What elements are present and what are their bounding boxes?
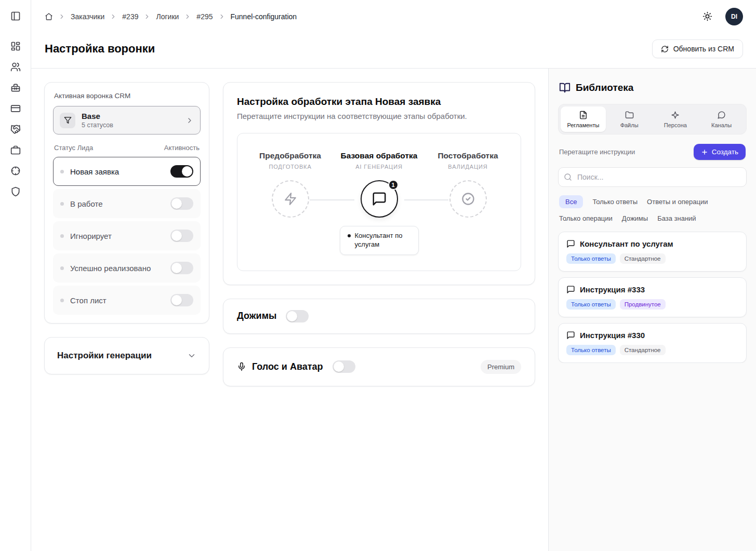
status-toggle[interactable] (170, 230, 193, 242)
funnel-selector[interactable]: Base 5 статусов (53, 106, 201, 135)
stage-title: Постобработка (437, 151, 498, 160)
dozhim-toggle[interactable] (286, 310, 309, 322)
status-toggle[interactable] (170, 165, 193, 178)
status-label: В работе (70, 199, 164, 208)
instruction-badges: Только ответы Стандартное (566, 345, 738, 355)
target-icon (10, 166, 21, 176)
library-panel: Библиотека Регламенты Файлы Персона Ка (548, 69, 756, 551)
status-label: Новая заявка (70, 167, 164, 176)
sidebar-collapse-button[interactable] (6, 7, 25, 25)
generation-settings-card[interactable]: Настройки генерации (44, 337, 209, 374)
tab-label: Файлы (620, 122, 639, 128)
book-open-icon (559, 82, 571, 93)
tab-label: Персона (664, 122, 687, 128)
base-processing-dropzone[interactable]: 1 (361, 180, 398, 218)
app-main: Заказчики #239 Логики #295 Funnel-config… (31, 0, 756, 551)
breadcrumb-item[interactable]: Логики (156, 12, 179, 21)
stage-phase: ПОДГОТОВКА (269, 164, 311, 170)
toggle-knob (334, 361, 344, 372)
plus-icon (701, 149, 708, 156)
topbar: Заказчики #239 Логики #295 Funnel-config… (31, 0, 756, 33)
filter-chip[interactable]: Ответы и операции (647, 198, 708, 206)
status-row[interactable]: Игнорирует (53, 221, 201, 250)
filter-chip[interactable]: Дожимы (622, 214, 648, 222)
instruction-card[interactable]: Инструкция #330 Только ответы Стандартно… (558, 323, 747, 363)
instruction-card-head: Инструкция #330 (566, 331, 738, 340)
panel-left-icon (10, 11, 21, 21)
instruction-card-head: Инструкция #333 (566, 285, 738, 294)
attached-instruction-card[interactable]: Консультант по услугам (340, 226, 419, 255)
generation-settings-title: Настройки генерации (57, 351, 152, 361)
icon-sidebar (0, 0, 31, 551)
stage-preprocessing: Предобработка ПОДГОТОВКА (246, 151, 335, 255)
status-dot (60, 202, 64, 206)
voice-avatar-title: Голос и Аватар (252, 361, 323, 372)
sidebar-item-dashboard[interactable] (6, 37, 25, 56)
chat-icon (566, 331, 575, 340)
instruction-card-head: Консультант по услугам (566, 239, 738, 248)
breadcrumb-item[interactable]: Заказчики (71, 12, 104, 21)
stage-card-subtitle: Перетащите инструкции на соответствующие… (237, 112, 521, 120)
sidebar-item-partners[interactable] (6, 120, 25, 139)
voice-avatar-card: Голос и Аватар Premium (223, 347, 535, 386)
status-label: Игнорирует (70, 232, 164, 240)
tab-label: Каналы (711, 122, 732, 128)
preprocessing-dropzone[interactable] (272, 180, 309, 218)
stage-phase: AI ГЕНЕРАЦИЯ (355, 164, 403, 170)
status-row[interactable]: Новая заявка (53, 157, 201, 186)
funnel-name: Base (82, 112, 179, 120)
filter-chip[interactable]: Только ответы (592, 198, 638, 206)
status-label: Успешно реализовано (70, 264, 164, 273)
sidebar-item-clients[interactable] (6, 58, 25, 76)
search-input[interactable] (558, 167, 747, 187)
stage-processing-card: Настройка обработки этапа Новая заявка П… (223, 82, 535, 285)
filter-chip[interactable]: База знаний (657, 214, 696, 222)
stage-title: Базовая обработка (341, 151, 418, 160)
tab-faily[interactable]: Файлы (607, 106, 652, 132)
sidebar-item-billing[interactable] (6, 99, 25, 118)
search-icon (564, 173, 572, 181)
filter-chip[interactable]: Все (559, 195, 583, 208)
status-dot (60, 170, 64, 173)
tab-reglamenty[interactable]: Регламенты (561, 106, 606, 132)
theme-toggle-button[interactable] (698, 8, 716, 25)
status-toggle[interactable] (170, 197, 193, 210)
filter-chip[interactable]: Только операции (559, 214, 613, 222)
instruction-card[interactable]: Консультант по услугам Только ответы Ста… (558, 232, 747, 272)
status-row[interactable]: В работе (53, 189, 201, 218)
chevron-right-icon (185, 116, 194, 125)
toggle-knob (171, 263, 182, 273)
tab-kanaly[interactable]: Каналы (699, 106, 744, 132)
center-column: Настройка обработки этапа Новая заявка П… (223, 82, 535, 386)
instruction-count-badge: 1 (388, 180, 399, 190)
status-row[interactable]: Успешно реализовано (53, 253, 201, 283)
status-toggle[interactable] (170, 294, 193, 306)
shield-icon (10, 186, 21, 197)
funnel-filter-icon (60, 113, 75, 128)
create-instruction-button[interactable]: Создать (694, 144, 746, 160)
stage-card-title: Настройка обработки этапа Новая заявка (237, 96, 521, 107)
active-funnel-panel: Активная воронка CRM Base 5 статусов Ста… (44, 82, 209, 324)
voice-avatar-head: Голос и Аватар (237, 361, 323, 372)
tab-persona[interactable]: Персона (653, 106, 698, 132)
sidebar-item-targets[interactable] (6, 162, 25, 180)
refresh-from-crm-button[interactable]: Обновить из CRM (652, 39, 743, 58)
voice-avatar-toggle[interactable] (333, 360, 355, 373)
breadcrumb-item[interactable]: #295 (196, 12, 213, 21)
sidebar-item-tools[interactable] (6, 78, 25, 97)
instruction-title: Консультант по услугам (580, 239, 673, 248)
status-row[interactable]: Стоп лист (53, 286, 201, 315)
avatar[interactable]: DI (725, 8, 743, 25)
status-toggle[interactable] (170, 262, 193, 274)
level-badge: Стандартное (620, 253, 666, 264)
sidebar-item-projects[interactable] (6, 141, 25, 159)
instruction-card[interactable]: Инструкция #333 Только ответы Продвинуто… (558, 277, 747, 317)
sidebar-item-security[interactable] (6, 182, 25, 201)
postprocessing-dropzone[interactable] (449, 180, 487, 218)
toggle-knob (171, 295, 182, 305)
dozhim-title: Дожимы (237, 311, 276, 321)
instruction-list: Консультант по услугам Только ответы Ста… (558, 232, 747, 363)
breadcrumb-home[interactable] (45, 12, 53, 21)
chat-icon (566, 285, 575, 294)
breadcrumb-item[interactable]: #239 (122, 12, 138, 21)
